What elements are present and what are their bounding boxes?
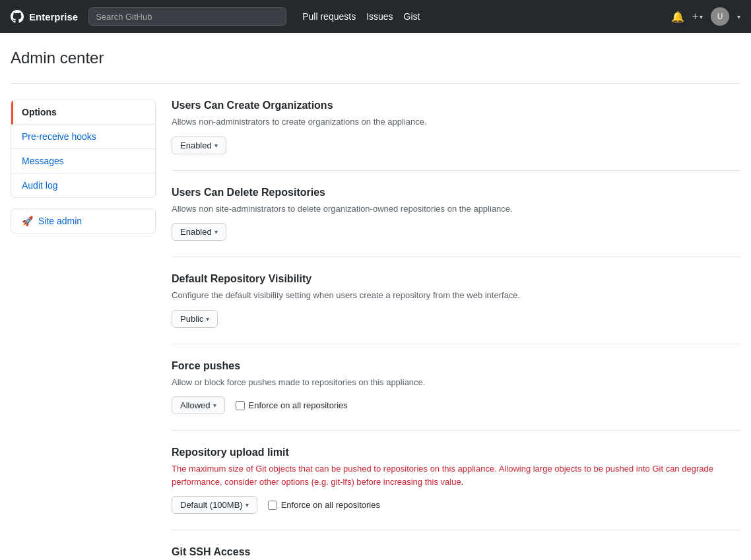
force-pushes-row: Allowed ▾ Enforce on all repositories [172,396,740,414]
sidebar-item-audit-log[interactable]: Audit log [11,173,155,197]
layout: Options Pre-receive hooks Messages Audit… [11,100,740,560]
page-title: Admin center [11,49,740,67]
sidebar-item-messages[interactable]: Messages [11,149,155,173]
nav-links: Pull requests Issues Gist [302,11,420,22]
enforce-checkbox-4[interactable] [268,501,277,510]
dropdown-caret-2: ▾ [206,315,209,323]
setting-value-3: Allowed [180,400,211,410]
page-container: Admin center Options Pre-receive hooks M… [0,33,751,560]
dropdown-caret-4: ▾ [245,501,249,509]
setting-force-pushes: Force pushes Allow or block force pushes… [172,360,740,431]
search-input[interactable] [88,7,286,26]
setting-desc-1: Allows non site-administrators to delete… [172,202,740,216]
sidebar-item-pre-receive-hooks[interactable]: Pre-receive hooks [11,125,155,149]
brand-name: Enterprise [29,11,78,22]
setting-value-1: Enabled [180,227,212,237]
site-admin-label: Site admin [38,216,82,226]
setting-users-create-orgs: Users Can Create Organizations Allows no… [172,100,740,171]
enforce-checkbox-3[interactable] [236,401,245,410]
setting-title-3: Force pushes [172,360,740,372]
nav-gist[interactable]: Gist [404,11,420,22]
enforce-label-3: Enforce on all repositories [249,400,348,410]
sidebar-item-site-admin[interactable]: 🚀 Site admin [11,209,155,233]
enforce-checkbox-label-4[interactable]: Enforce on all repositories [268,500,380,510]
setting-desc-0: Allows non-administrators to create orga… [172,115,740,129]
notifications-button[interactable]: 🔔 [671,11,684,23]
page-divider [11,83,740,84]
setting-dropdown-2[interactable]: Public ▾ [172,310,218,328]
setting-value-0: Enabled [180,140,212,150]
github-icon [11,10,24,23]
setting-git-ssh-access: Git SSH Access Enable or disable Git SSH… [172,546,740,560]
setting-dropdown-0[interactable]: Enabled ▾ [172,137,226,154]
setting-desc-2: Configure the default visibility setting… [172,289,740,302]
navbar-right: 🔔 + ▾ U ▾ [671,7,740,26]
avatar-placeholder: U [717,12,723,21]
setting-desc-4: The maximum size of Git objects that can… [172,462,740,488]
dropdown-caret-1: ▾ [214,228,218,235]
setting-value-4: Default (100MB) [180,500,243,510]
setting-title-0: Users Can Create Organizations [172,100,740,111]
setting-dropdown-1[interactable]: Enabled ▾ [172,223,226,241]
enforce-checkbox-label-3[interactable]: Enforce on all repositories [236,400,348,410]
setting-repo-upload-limit: Repository upload limit The maximum size… [172,447,740,530]
main-content: Users Can Create Organizations Allows no… [172,100,740,560]
search-box [88,7,286,26]
upload-limit-row: Default (100MB) ▾ Enforce on all reposit… [172,496,740,514]
add-caret-icon: ▾ [700,13,703,20]
plus-icon: + [692,11,698,22]
avatar[interactable]: U [711,7,729,26]
sidebar-nav: Options Pre-receive hooks Messages Audit… [11,100,156,198]
add-button[interactable]: + ▾ [692,11,703,22]
setting-title-4: Repository upload limit [172,447,740,458]
sidebar-admin: 🚀 Site admin [11,208,156,233]
bell-icon: 🔔 [671,11,684,23]
setting-desc-3: Allow or block force pushes made to repo… [172,376,740,389]
avatar-caret-icon: ▾ [737,13,740,20]
setting-dropdown-3[interactable]: Allowed ▾ [172,396,225,414]
setting-title-2: Default Repository Visibility [172,273,740,285]
nav-issues[interactable]: Issues [366,11,393,22]
nav-pull-requests[interactable]: Pull requests [302,11,356,22]
setting-dropdown-4[interactable]: Default (100MB) ▾ [172,496,257,514]
sidebar-item-options[interactable]: Options [11,100,155,125]
brand: Enterprise [11,10,78,23]
dropdown-caret-3: ▾ [213,402,216,409]
setting-users-delete-repos: Users Can Delete Repositories Allows non… [172,187,740,258]
setting-title-1: Users Can Delete Repositories [172,187,740,199]
enforce-label-4: Enforce on all repositories [281,500,380,510]
sidebar: Options Pre-receive hooks Messages Audit… [11,100,156,233]
setting-value-2: Public [180,314,203,324]
rocket-icon: 🚀 [22,216,33,226]
navbar: Enterprise Pull requests Issues Gist 🔔 +… [0,0,751,33]
setting-title-5: Git SSH Access [172,546,740,558]
setting-default-repo-visibility: Default Repository Visibility Configure … [172,273,740,344]
dropdown-caret-0: ▾ [214,142,218,149]
